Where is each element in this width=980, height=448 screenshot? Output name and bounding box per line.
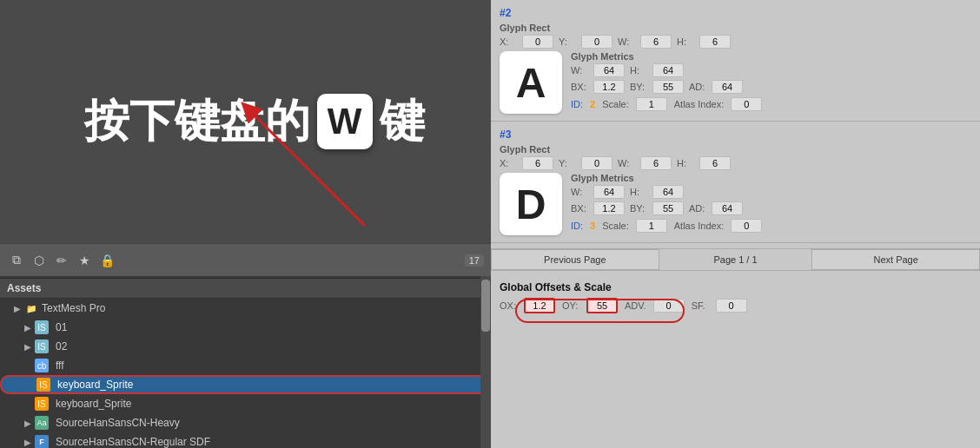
paint-icon[interactable]: ✏ xyxy=(52,251,71,270)
label-sourcehans-heavy: SourceHanSansCN-Heavy xyxy=(56,417,180,429)
tree-item-02[interactable]: ▶ IS 02 xyxy=(0,337,491,356)
ox-val[interactable]: 1.2 xyxy=(524,298,555,313)
mw-label-3: W: xyxy=(571,187,588,197)
glyph-section-2: #2 Glyph Rect X: 0 Y: 0 W: 6 H: 6 A Glyp… xyxy=(491,0,980,122)
metrics-title-3: Glyph Metrics xyxy=(571,173,971,183)
f-icon-shs: F xyxy=(35,435,49,448)
cube-icon-fff: cb xyxy=(35,359,49,372)
global-section: Global Offsets & Scale OX: 1.2 OY: 55 AD… xyxy=(491,276,980,319)
bxbyad-row-2: BX: 1.2 BY: 55 AD: 64 xyxy=(571,80,971,94)
sf-label: SF. xyxy=(692,300,709,311)
bxbyad-row-3: BX: 1.2 BY: 55 AD: 64 xyxy=(571,201,971,215)
glyph-preview-2: A xyxy=(500,51,562,114)
label-02: 02 xyxy=(56,340,67,352)
file-tree-header: Assets xyxy=(0,279,491,299)
tree-item-01[interactable]: ▶ IS 01 xyxy=(0,318,491,337)
y-val-2[interactable]: 0 xyxy=(581,35,612,49)
glyph-rect-label-2: Glyph Rect xyxy=(500,23,971,33)
glyph-preview-3: D xyxy=(500,173,562,235)
w-label-2: W: xyxy=(618,36,635,47)
id-row-2: ID: 2 Scale: 1 Atlas Index: 0 xyxy=(571,97,971,111)
scale-val-3[interactable]: 1 xyxy=(636,219,667,233)
glyph-number-2: #2 xyxy=(500,7,971,19)
tree-item-textmesh[interactable]: ▶ 📁 TextMesh Pro xyxy=(0,299,491,318)
mw-val-2[interactable]: 64 xyxy=(593,63,625,77)
ad-val-2[interactable]: 64 xyxy=(712,80,743,94)
mh-val-3[interactable]: 64 xyxy=(652,185,684,199)
adv-val[interactable]: 0 xyxy=(653,299,685,313)
mh-label-2: H: xyxy=(630,65,647,76)
label-01: 01 xyxy=(56,321,67,333)
by-label-3: BY: xyxy=(630,203,647,214)
tree-item-keyboard-sprite-selected[interactable]: ▶ IS keyboard_Sprite xyxy=(0,375,491,394)
by-label-2: BY: xyxy=(630,82,647,92)
canvas-area: 按下键盘的 W 键 xyxy=(0,0,491,243)
id-num-2: 2 xyxy=(590,99,595,109)
image-icon-01: IS xyxy=(35,320,49,334)
tree-item-sourcehans-heavy[interactable]: ▶ Aa SourceHanSansCN-Heavy xyxy=(0,413,491,432)
bx-val-3[interactable]: 1.2 xyxy=(593,201,625,215)
h-label-3: H: xyxy=(677,158,694,168)
layers-icon[interactable]: ⬡ xyxy=(30,251,49,270)
arrow-01: ▶ xyxy=(24,323,33,333)
prev-page-button[interactable]: Previous Page xyxy=(491,249,659,270)
scale-label-3: Scale: xyxy=(602,221,629,231)
y-label-2: Y: xyxy=(559,36,576,47)
atlas-label-3: Atlas Index: xyxy=(674,221,724,231)
arrow-shs: ▶ xyxy=(24,438,33,447)
bx-label-3: BX: xyxy=(571,203,588,214)
glyph-metrics-2: Glyph Metrics W: 64 H: 64 BX: 1.2 BY: 55… xyxy=(571,51,971,111)
y-label-3: Y: xyxy=(559,158,576,168)
copy-icon[interactable]: ⧉ xyxy=(7,251,26,270)
h-val-2[interactable]: 6 xyxy=(699,35,731,49)
mw-val-3[interactable]: 64 xyxy=(593,185,625,199)
x-label-3: X: xyxy=(500,158,517,168)
mh-val-2[interactable]: 64 xyxy=(652,63,684,77)
ad-label-3: AD: xyxy=(689,203,706,214)
h-val-3[interactable]: 6 xyxy=(699,156,731,170)
ad-label-2: AD: xyxy=(689,82,706,92)
image-icon-02: IS xyxy=(35,339,49,353)
right-panel: #2 Glyph Rect X: 0 Y: 0 W: 6 H: 6 A Glyp… xyxy=(491,0,980,448)
arrow-shh: ▶ xyxy=(24,418,33,428)
tree-item-keyboard-sprite2[interactable]: ▶ IS keyboard_Sprite xyxy=(0,394,491,413)
by-val-3[interactable]: 55 xyxy=(652,201,684,215)
bx-val-2[interactable]: 1.2 xyxy=(593,80,625,94)
glyph-row-2: A Glyph Metrics W: 64 H: 64 BX: 1.2 BY: … xyxy=(500,51,971,114)
scale-val-2[interactable]: 1 xyxy=(636,97,667,111)
tree-item-fff[interactable]: ▶ cb fff xyxy=(0,356,491,375)
w-val-2[interactable]: 6 xyxy=(640,35,672,49)
adv-label: ADV. xyxy=(625,300,646,311)
glyph-section-3: #3 Glyph Rect X: 6 Y: 0 W: 6 H: 6 D Glyp… xyxy=(491,122,980,243)
bottom-toolbar: ⧉ ⬡ ✏ ★ 🔒 17 xyxy=(0,243,491,276)
star-icon[interactable]: ★ xyxy=(75,251,94,270)
next-page-button[interactable]: Next Page xyxy=(811,249,980,270)
w-label-3: W: xyxy=(618,158,635,168)
mw-label-2: W: xyxy=(571,65,588,76)
label-sourcehans-sdf: SourceHanSansCN-Regular SDF xyxy=(56,436,210,448)
by-val-2[interactable]: 55 xyxy=(652,80,684,94)
global-title: Global Offsets & Scale xyxy=(500,281,971,293)
atlas-val-3[interactable]: 0 xyxy=(731,219,762,233)
chinese-text: 按下键盘的 W 键 xyxy=(67,91,425,152)
ad-val-3[interactable]: 64 xyxy=(712,201,743,215)
mwh-row-2: W: 64 H: 64 xyxy=(571,63,971,77)
id-label-3: ID: xyxy=(571,221,583,231)
text-before: 按下键盘的 xyxy=(84,91,310,152)
x-label-2: X: xyxy=(500,36,517,47)
tree-item-sourcehans-sdf[interactable]: ▶ F SourceHanSansCN-Regular SDF xyxy=(0,432,491,448)
folder-icon: 📁 xyxy=(24,301,38,315)
sf-val[interactable]: 0 xyxy=(716,299,747,313)
x-val-2[interactable]: 0 xyxy=(522,35,553,49)
page-info: Page 1 / 1 xyxy=(659,250,812,269)
oy-val[interactable]: 55 xyxy=(586,298,618,313)
y-val-3[interactable]: 0 xyxy=(581,156,612,170)
metrics-title-2: Glyph Metrics xyxy=(571,51,971,62)
label-keyboard-sprite-sel: keyboard_Sprite xyxy=(57,379,133,391)
atlas-val-2[interactable]: 0 xyxy=(731,97,762,111)
w-val-3[interactable]: 6 xyxy=(640,156,672,170)
lock-icon[interactable]: 🔒 xyxy=(97,251,116,270)
glyph-row-3: D Glyph Metrics W: 64 H: 64 BX: 1.2 BY: … xyxy=(500,173,971,235)
x-val-3[interactable]: 6 xyxy=(522,156,553,170)
mh-label-3: H: xyxy=(630,187,647,197)
